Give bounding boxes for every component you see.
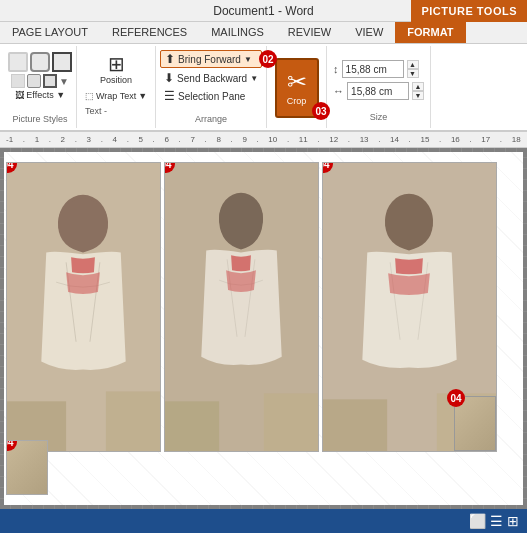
height-input[interactable]	[342, 60, 404, 78]
send-backward-icon: ⬇	[164, 71, 174, 85]
svg-rect-6	[165, 401, 219, 451]
height-down[interactable]: ▼	[407, 69, 419, 78]
width-down[interactable]: ▼	[412, 91, 424, 100]
document-title: Document1 - Word	[213, 4, 313, 18]
wrap-icon: ⬚	[85, 91, 94, 101]
status-bar: ⬜ ☰ ⊞	[0, 509, 527, 533]
position-icon: ⊞	[108, 54, 125, 74]
ribbon-group-size: ↕ ▲ ▼ ↔ ▲ ▼ Size	[327, 46, 431, 128]
picture-styles-label: Picture Styles	[12, 114, 67, 126]
badge-03: 03	[312, 102, 330, 120]
wrap-dropdown-icon: ▼	[138, 91, 147, 101]
badge-04-right-br: 04	[447, 389, 465, 407]
send-backward-button[interactable]: ⬇ Send Backward ▼	[160, 70, 262, 86]
picture-tools-label: PICTURE TOOLS	[421, 5, 517, 17]
send-backward-dropdown[interactable]: ▼	[250, 74, 258, 83]
selection-pane-button[interactable]: ☰ Selection Pane	[160, 88, 262, 104]
size-label: Size	[333, 112, 424, 124]
tab-page-layout[interactable]: PAGE LAYOUT	[0, 21, 100, 43]
tab-view[interactable]: VIEW	[343, 21, 395, 43]
bring-forward-dropdown[interactable]: ▼	[244, 55, 252, 64]
width-up[interactable]: ▲	[412, 82, 424, 91]
edit-view-icon[interactable]: ☰	[490, 513, 503, 529]
layout-view-icon[interactable]: ⬜	[469, 513, 486, 529]
tab-mailings[interactable]: MAILINGS	[199, 21, 276, 43]
image-center[interactable]: 04	[164, 162, 319, 452]
zoom-icon[interactable]: ⊞	[507, 513, 519, 529]
bring-forward-icon: ⬆	[165, 52, 175, 66]
tab-references[interactable]: REFERENCES	[100, 21, 199, 43]
position-button[interactable]: ⊞ Position	[81, 52, 151, 87]
crop-icon: ✂	[287, 70, 307, 94]
text-label: Text -	[81, 105, 151, 117]
svg-rect-7	[264, 393, 318, 451]
svg-rect-3	[106, 391, 160, 451]
picture-effects-btn[interactable]: 🖼 Effects ▼	[15, 90, 65, 100]
image-right[interactable]: 04 04	[322, 162, 497, 452]
height-up[interactable]: ▲	[407, 60, 419, 69]
picture-tools-tab[interactable]: PICTURE TOOLS	[411, 0, 527, 22]
tab-review[interactable]: REVIEW	[276, 21, 343, 43]
arrange-group-label: Arrange	[160, 114, 262, 126]
ribbon-group-picture-styles: ▼ 🖼 Effects ▼ Picture Styles	[4, 46, 77, 128]
word-page: dec · MahiroFF·C dec · MahiroFF·C dec · …	[4, 152, 523, 505]
ribbon: ▼ 🖼 Effects ▼ Picture Styles ⊞ Position …	[0, 44, 527, 132]
ruler: -1 . 1 . 2 . 3 . 4 . 5 . 6 . 7 . 8 . 9 .…	[0, 132, 527, 148]
title-bar: Document1 - Word PICTURE TOOLS	[0, 0, 527, 22]
wrap-text-button[interactable]: ⬚ Wrap Text ▼	[81, 89, 151, 103]
tab-format[interactable]: FORMAT	[395, 21, 465, 43]
selection-pane-icon: ☰	[164, 89, 175, 103]
svg-rect-10	[323, 399, 387, 451]
canvas-area: dec · MahiroFF·C dec · MahiroFF·C dec · …	[0, 148, 527, 509]
badge-02: 02	[259, 50, 277, 68]
height-icon: ↕	[333, 63, 339, 75]
badge-04-bl: 04	[6, 440, 17, 451]
image-bottom-left[interactable]: 04	[6, 440, 48, 495]
width-input[interactable]	[347, 82, 409, 100]
ribbon-group-arrange: ⬆ Bring Forward ▼ ⬇ Send Backward ▼ ☰ Se…	[156, 46, 267, 128]
bring-forward-button[interactable]: ⬆ Bring Forward ▼	[160, 50, 262, 68]
width-icon: ↔	[333, 85, 344, 97]
image-left[interactable]: 04	[6, 162, 161, 452]
ribbon-tabs: PAGE LAYOUT REFERENCES MAILINGS REVIEW V…	[0, 22, 527, 44]
ribbon-group-position-wrap: ⊞ Position ⬚ Wrap Text ▼ Text -	[77, 46, 156, 128]
